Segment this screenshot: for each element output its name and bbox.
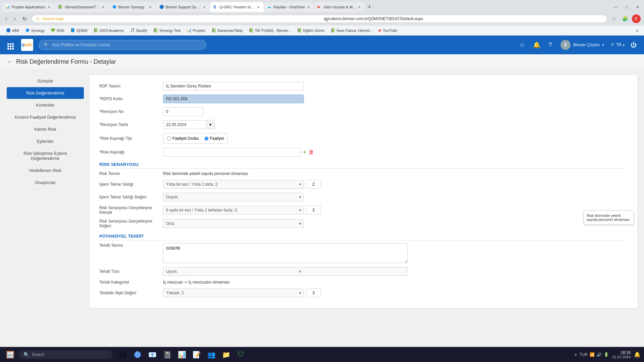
- taskbar-app-security[interactable]: 🛡: [234, 348, 248, 361]
- user-menu-button[interactable]: E Bimser Çözüm ▾: [558, 39, 607, 51]
- taskbar-search[interactable]: 🔍: [19, 350, 113, 359]
- bookmark-ilave[interactable]: 📗 İlave Fatura. Hizmet...: [328, 27, 376, 34]
- islem-tekrar-sikligi-select[interactable]: Yılda bir kez / Yılda 1 defa; 2;: [163, 180, 304, 189]
- star-button[interactable]: ☆: [518, 39, 527, 51]
- date-picker-button[interactable]: ▾: [207, 120, 215, 129]
- bookmark-star-button[interactable]: ☆: [610, 14, 618, 23]
- bookmark-danisman[interactable]: 📗 DanismanTakip: [209, 27, 246, 34]
- taskbar-app-files[interactable]: 🗂: [116, 348, 129, 361]
- radio-faaliyet[interactable]: Faaliyet: [204, 136, 224, 141]
- tehdidin-ilişki-degeri-select[interactable]: Yüksek; 3: [163, 289, 304, 297]
- bookmark-ens[interactable]: 💚 ENS: [48, 27, 67, 34]
- risk-kaynagi-input[interactable]: [163, 148, 301, 157]
- address-input-wrap[interactable]: ⚠ Güvenli değil qgrcdemo.bimser.com.tr/Q…: [32, 15, 607, 23]
- taskbar-app-browser[interactable]: [131, 348, 144, 361]
- tab-close-bimser-danisman[interactable]: ✕: [101, 5, 105, 10]
- taskbar-search-input[interactable]: [32, 352, 99, 357]
- risk-kaynagi-add-button[interactable]: +: [303, 148, 307, 156]
- forward-button[interactable]: ›: [12, 14, 17, 23]
- tab-youtube[interactable]: ▶ Ekin Uzunlar & M... ✕: [314, 2, 365, 12]
- rdfd-kodu-input[interactable]: [163, 95, 304, 103]
- bookmark-tai[interactable]: 📗 TAİ TUSAŞ - Bimser...: [246, 27, 294, 34]
- back-button[interactable]: ‹: [3, 14, 9, 23]
- tab-bimser-synergy[interactable]: 🔷 Bimser Synergy ✕: [109, 2, 156, 12]
- reload-button[interactable]: ↻: [20, 14, 29, 23]
- tab-close-projeler[interactable]: ✕: [47, 5, 51, 10]
- rdf-tanimi-input[interactable]: [163, 82, 304, 90]
- back-navigation-button[interactable]: ←: [7, 58, 13, 65]
- islem-tekrar-sikligi-degeri-select[interactable]: Düşük;: [163, 193, 304, 201]
- start-button[interactable]: 🪟: [3, 349, 17, 360]
- taskbar-app-excel[interactable]: 📊: [175, 348, 189, 361]
- risk-senaryosu-ihtimali-count[interactable]: [306, 206, 321, 215]
- bookmark-academy[interactable]: 📗 2023 Academy: [91, 27, 127, 34]
- header-search[interactable]: 🔍: [39, 40, 206, 50]
- taskbar-app-outlook[interactable]: 📧: [146, 348, 159, 361]
- sidebar-item-risk-iyilestirme[interactable]: Risk İyileştirme Eylemi Değerlendirme: [7, 147, 84, 165]
- profile-button[interactable]: E: [632, 14, 641, 23]
- tab-qgrc[interactable]: Q Q-GRC Yönetim Sist... ✕: [210, 2, 264, 12]
- tab-favicon-bimser-danisman: 📗: [58, 5, 63, 9]
- taskbar-app-onenote[interactable]: 📓: [160, 348, 174, 361]
- risk-senaryosu-degeri-select[interactable]: Orta;: [163, 219, 304, 228]
- tehdit-tanimi-textarea[interactable]: DENEME: [163, 243, 408, 263]
- tehdidin-ilişki-count[interactable]: [306, 289, 321, 297]
- tab-bimser-support[interactable]: 🔵 Bimser Support Syst... ✕: [156, 2, 210, 12]
- taskbar-app-folder[interactable]: 📁: [219, 348, 233, 361]
- bookmark-synergy[interactable]: 🔷 Synergy: [22, 27, 47, 34]
- sidebar-item-onaycilar[interactable]: Onaylıcılar: [7, 177, 84, 189]
- radio-faaliyet-grubu[interactable]: Faaliyet Grubu: [167, 136, 199, 141]
- radio-faaliyet-input[interactable]: [204, 136, 209, 141]
- bookmark-qdms[interactable]: 📘 QDMS: [68, 27, 90, 34]
- power-button[interactable]: ⏻: [629, 40, 639, 51]
- sidebar-item-kontrol-faaliyet[interactable]: Kontrol Faaliyeti Değerlendirme: [7, 111, 84, 123]
- bookmark-projeler[interactable]: 📊 Projeler: [184, 27, 208, 34]
- minimize-button[interactable]: —: [611, 3, 620, 11]
- bookmark-egitim[interactable]: 📗 Eğitim Görev: [294, 27, 327, 34]
- new-tab-button[interactable]: +: [365, 2, 374, 12]
- radio-faaliyet-grubu-input[interactable]: [167, 136, 171, 141]
- islem-tekrar-sikligi-group: Yılda bir kez / Yılda 1 defa; 2;: [163, 180, 431, 189]
- help-button[interactable]: ?: [546, 40, 554, 51]
- tab-onedrive[interactable]: ☁ Kayıtlar - OneDrive ✕: [264, 2, 314, 12]
- tab-favicon-projeler: 📊: [5, 5, 10, 9]
- bookmarks-more-button[interactable]: »: [634, 27, 641, 34]
- search-input[interactable]: [52, 43, 201, 47]
- tehdit-turu-select[interactable]: Uyum;: [163, 267, 408, 276]
- sidebar-item-eylemler[interactable]: Eylemler: [7, 135, 84, 147]
- sidebar-item-risk-degerlendirme[interactable]: Risk Değerlendirme: [7, 87, 84, 99]
- tab-close-qgrc[interactable]: ✕: [256, 5, 260, 10]
- sidebar-item-kalinti-risk[interactable]: Kalıntı Risk: [7, 123, 84, 135]
- taskbar-app-word[interactable]: 📝: [190, 348, 203, 361]
- tab-close-youtube[interactable]: ✕: [357, 5, 361, 10]
- maximize-button[interactable]: □: [623, 3, 631, 11]
- risk-kaynagi-delete-button[interactable]: 🗑: [309, 149, 314, 155]
- sidebar-item-kontroller[interactable]: Kontroller: [7, 99, 84, 111]
- tab-projeler[interactable]: 📊 Projeler Applications ✕: [2, 2, 54, 12]
- tab-close-support[interactable]: ✕: [202, 5, 206, 10]
- revizyon-no-input[interactable]: [163, 107, 203, 116]
- bookmark-spotify[interactable]: 🎵 Spotify: [127, 27, 150, 34]
- bookmark-synergy-test[interactable]: 📗 Synergy Test: [151, 27, 183, 34]
- apps-grid-button[interactable]: [5, 39, 16, 52]
- bookmark-youtube[interactable]: ▶ YouTube: [376, 27, 400, 34]
- tab-bimser-danisman[interactable]: 📗 -BimserDanismanTak... ✕: [55, 2, 108, 12]
- bookmark-label-tai: TAİ TUSAŞ - Bimser...: [255, 28, 291, 33]
- extensions-button[interactable]: 🧩: [620, 14, 630, 23]
- tab-close-synergy[interactable]: ✕: [148, 5, 152, 10]
- notifications-button[interactable]: 🔔: [531, 39, 542, 51]
- sidebar-item-hedeflenen-risk[interactable]: Hedeflenen Risk: [7, 165, 84, 177]
- chevron-up-icon[interactable]: ∧: [574, 352, 577, 357]
- language-button[interactable]: 🏳 TR ▾: [611, 43, 625, 47]
- sidebar-item-surecler[interactable]: Süreçler: [7, 75, 84, 87]
- close-button[interactable]: ✕: [633, 3, 642, 11]
- risk-tanimi-value: Risk biriminde yeterli sayıda personel o…: [163, 171, 248, 176]
- risk-senaryosu-ihtimali-select[interactable]: 6 ayda bir kez / Yılda 2 defadan fazla; …: [163, 206, 304, 215]
- notifications-taskbar-icon[interactable]: 🔔: [634, 351, 641, 358]
- revizyon-tarihi-input[interactable]: [163, 120, 207, 129]
- tab-close-onedrive[interactable]: ✕: [307, 5, 311, 10]
- taskbar-app-teams[interactable]: 👥: [205, 348, 218, 361]
- bookmark-eba[interactable]: 🔵 eBA: [3, 27, 22, 34]
- bookmark-label-synergy-test: Synergy Test: [159, 28, 180, 33]
- islem-tekrar-sikligi-count[interactable]: [306, 180, 321, 189]
